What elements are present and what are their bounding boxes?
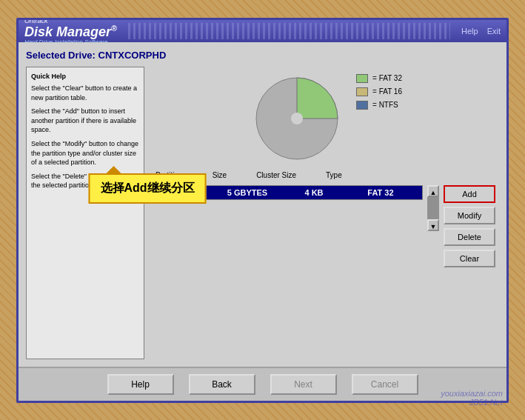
- cell-cluster: 4 KB: [292, 188, 336, 197]
- legend-fat16: = FAT 16: [356, 87, 402, 96]
- quick-help-title: Quick Help: [31, 72, 139, 81]
- legend-fat16-label: = FAT 16: [372, 87, 402, 96]
- clear-button[interactable]: Clear: [444, 250, 495, 267]
- middle-section: Quick Help Select the "Clear" button to …: [26, 67, 499, 359]
- selected-drive-label: Selected Drive: CNTXCORPHD: [26, 50, 499, 61]
- scroll-down[interactable]: ▼: [427, 219, 439, 231]
- menu-exit[interactable]: Exit: [487, 27, 501, 36]
- col-size: Size: [213, 171, 227, 179]
- menu-bar: Help Exit: [461, 27, 501, 36]
- cell-type: FAT 32: [358, 188, 403, 197]
- quick-help-box: Quick Help Select the "Clear" button to …: [26, 67, 144, 359]
- app-window: Ontrack Disk Manager® Hard Drive Install…: [16, 18, 509, 403]
- menu-help[interactable]: Help: [461, 27, 478, 36]
- legend-ntfs: = NTFS: [356, 101, 402, 110]
- modify-button[interactable]: Modify: [444, 207, 495, 224]
- watermark-line2: JB51.Net: [441, 398, 503, 407]
- delete-button[interactable]: Delete: [444, 228, 495, 246]
- add-button[interactable]: Add: [444, 185, 495, 203]
- cell-size: 5 GBYTES: [225, 188, 270, 197]
- svg-point-1: [291, 113, 303, 124]
- tooltip-text: 选择Add继续分区: [101, 181, 195, 194]
- scroll-thumb: [427, 197, 439, 219]
- bottom-bar: Help Back Next Cancel: [19, 367, 506, 401]
- legend-area: = FAT 32 = FAT 16 = NTFS: [356, 74, 402, 110]
- app-title: Disk Manager®: [24, 24, 117, 39]
- legend-ntfs-label: = NTFS: [372, 101, 398, 109]
- col-cluster-size: Cluster Size: [256, 171, 296, 179]
- tooltip-box: 选择Add继续分区: [89, 173, 207, 204]
- right-buttons: Add Modify Delete Clear: [444, 185, 499, 267]
- scrollbar[interactable]: ▲ ▼: [427, 185, 439, 231]
- legend-fat16-color: [356, 87, 368, 96]
- help-button[interactable]: Help: [107, 374, 174, 395]
- scroll-up[interactable]: ▲: [427, 185, 439, 197]
- title-branding: Ontrack Disk Manager® Hard Drive Install…: [24, 18, 117, 45]
- cancel-button[interactable]: Cancel: [352, 374, 418, 395]
- col-type: Type: [326, 171, 342, 179]
- watermark-line1: youxiaxiazai.com: [441, 389, 503, 398]
- tooltip-arrow: [105, 166, 123, 175]
- legend-fat32-color: [356, 74, 368, 83]
- legend-fat32-label: = FAT 32: [372, 74, 402, 82]
- next-button[interactable]: Next: [270, 374, 337, 395]
- quick-help-p2: Select the "Add" button to insert anothe…: [31, 107, 139, 135]
- legend-ntfs-color: [356, 101, 368, 110]
- main-content: Selected Drive: CNTXCORPHD Quick Help Se…: [19, 42, 506, 367]
- watermark: youxiaxiazai.com JB51.Net: [441, 389, 503, 407]
- table-buttons-row: 1 5 GBYTES 4 KB FAT 32 选择Add继续分区: [152, 185, 499, 267]
- pie-chart: [249, 70, 345, 167]
- partition-table-wrapper: 1 5 GBYTES 4 KB FAT 32 选择Add继续分区: [152, 185, 423, 200]
- quick-help-p3: Select the "Modify" button to change the…: [31, 139, 139, 167]
- back-button[interactable]: Back: [189, 374, 255, 395]
- title-bar: Ontrack Disk Manager® Hard Drive Install…: [19, 20, 506, 42]
- brand-label: Ontrack: [24, 18, 117, 24]
- quick-help-p1: Select the "Clear" button to create a ne…: [31, 84, 139, 102]
- chart-legend-row: = FAT 32 = FAT 16 = NTFS: [152, 67, 499, 167]
- legend-fat32: = FAT 32: [356, 74, 402, 83]
